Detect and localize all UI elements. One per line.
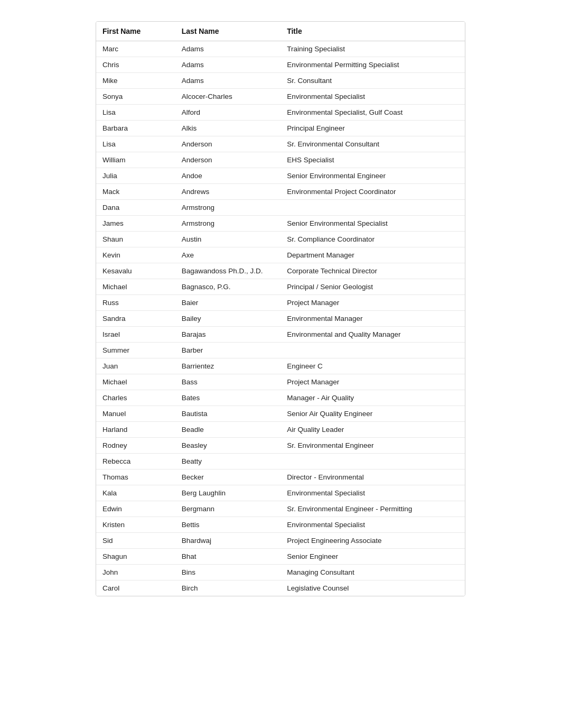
header-last-name: Last Name: [175, 22, 281, 41]
table-row: ChrisAdamsEnvironmental Permitting Speci…: [96, 57, 465, 73]
cell-title: Senior Air Quality Engineer: [280, 406, 465, 422]
cell-last-name: Andrews: [175, 184, 281, 200]
cell-last-name: Alkis: [175, 121, 281, 136]
cell-last-name: Birch: [175, 580, 281, 596]
cell-title: Engineer C: [280, 358, 465, 374]
cell-first-name: Mack: [96, 184, 175, 200]
cell-title: Air Quality Leader: [280, 422, 465, 438]
table-row: CarolBirchLegislative Counsel: [96, 580, 465, 596]
header-first-name: First Name: [96, 22, 175, 41]
cell-first-name: Carol: [96, 580, 175, 596]
cell-first-name: Israel: [96, 327, 175, 343]
table-row: JohnBinsManaging Consultant: [96, 565, 465, 580]
cell-first-name: Summer: [96, 343, 175, 358]
cell-last-name: Bagnasco, P.G.: [175, 279, 281, 295]
cell-last-name: Bates: [175, 390, 281, 406]
cell-first-name: Harland: [96, 422, 175, 438]
cell-first-name: Shaun: [96, 232, 175, 247]
table-row: RussBaierProject Manager: [96, 295, 465, 311]
table-row: KesavaluBagawandoss Ph.D., J.D.Corporate…: [96, 263, 465, 279]
header-title: Title: [280, 22, 465, 41]
table-row: JamesArmstrongSenior Environmental Speci…: [96, 216, 465, 232]
cell-title: Environmental and Quality Manager: [280, 327, 465, 343]
cell-title: Environmental Permitting Specialist: [280, 57, 465, 73]
table-row: SummerBarber: [96, 343, 465, 358]
cell-last-name: Alford: [175, 105, 281, 121]
cell-title: Director - Environmental: [280, 469, 465, 485]
table-row: MikeAdamsSr. Consultant: [96, 73, 465, 89]
cell-first-name: Sandra: [96, 311, 175, 327]
cell-title: EHS Specialist: [280, 152, 465, 168]
cell-title: Senior Environmental Engineer: [280, 168, 465, 184]
cell-title: Department Manager: [280, 247, 465, 263]
cell-title: Sr. Environmental Engineer - Permitting: [280, 501, 465, 517]
table-row: LisaAndersonSr. Environmental Consultant: [96, 136, 465, 152]
table-header-row: First Name Last Name Title: [96, 22, 465, 41]
cell-first-name: Russ: [96, 295, 175, 311]
cell-title: Environmental Manager: [280, 311, 465, 327]
cell-last-name: Bettis: [175, 517, 281, 533]
cell-first-name: Manuel: [96, 406, 175, 422]
cell-last-name: Austin: [175, 232, 281, 247]
cell-first-name: Marc: [96, 41, 175, 57]
cell-first-name: Lisa: [96, 136, 175, 152]
cell-title: Managing Consultant: [280, 565, 465, 580]
table-row: RodneyBeasleySr. Environmental Engineer: [96, 438, 465, 454]
cell-title: Principal / Senior Geologist: [280, 279, 465, 295]
cell-first-name: Edwin: [96, 501, 175, 517]
cell-first-name: Kristen: [96, 517, 175, 533]
cell-first-name: Charles: [96, 390, 175, 406]
cell-title: Environmental Specialist, Gulf Coast: [280, 105, 465, 121]
cell-title: Sr. Environmental Consultant: [280, 136, 465, 152]
cell-last-name: Anderson: [175, 152, 281, 168]
cell-title: Legislative Counsel: [280, 580, 465, 596]
cell-last-name: Barrientez: [175, 358, 281, 374]
cell-last-name: Beasley: [175, 438, 281, 454]
cell-last-name: Berg Laughlin: [175, 485, 281, 501]
table-row: ShagunBhatSenior Engineer: [96, 549, 465, 565]
cell-first-name: Michael: [96, 279, 175, 295]
cell-first-name: Kesavalu: [96, 263, 175, 279]
cell-last-name: Adams: [175, 41, 281, 57]
table-row: HarlandBeadleAir Quality Leader: [96, 422, 465, 438]
cell-last-name: Bhat: [175, 549, 281, 565]
table-row: KevinAxeDepartment Manager: [96, 247, 465, 263]
cell-last-name: Becker: [175, 469, 281, 485]
cell-title: Project Engineering Associate: [280, 533, 465, 549]
cell-title: Principal Engineer: [280, 121, 465, 136]
cell-last-name: Alcocer-Charles: [175, 89, 281, 105]
cell-first-name: James: [96, 216, 175, 232]
cell-first-name: Juan: [96, 358, 175, 374]
table-row: JuliaAndoeSenior Environmental Engineer: [96, 168, 465, 184]
cell-first-name: Lisa: [96, 105, 175, 121]
cell-first-name: Michael: [96, 374, 175, 390]
cell-first-name: Julia: [96, 168, 175, 184]
cell-last-name: Bass: [175, 374, 281, 390]
cell-last-name: Anderson: [175, 136, 281, 152]
table-row: ShaunAustinSr. Compliance Coordinator: [96, 232, 465, 247]
cell-first-name: William: [96, 152, 175, 168]
cell-last-name: Axe: [175, 247, 281, 263]
cell-title: Sr. Compliance Coordinator: [280, 232, 465, 247]
cell-last-name: Armstrong: [175, 216, 281, 232]
table-row: LisaAlfordEnvironmental Specialist, Gulf…: [96, 105, 465, 121]
cell-last-name: Beatty: [175, 454, 281, 469]
cell-last-name: Bhardwaj: [175, 533, 281, 549]
table-row: SonyaAlcocer-CharlesEnvironmental Specia…: [96, 89, 465, 105]
cell-title: Sr. Environmental Engineer: [280, 438, 465, 454]
cell-last-name: Adams: [175, 57, 281, 73]
table-row: BarbaraAlkisPrincipal Engineer: [96, 121, 465, 136]
cell-title: Training Specialist: [280, 41, 465, 57]
cell-first-name: Kala: [96, 485, 175, 501]
cell-first-name: Shagun: [96, 549, 175, 565]
cell-title: Manager - Air Quality: [280, 390, 465, 406]
cell-title: Sr. Consultant: [280, 73, 465, 89]
cell-last-name: Bins: [175, 565, 281, 580]
cell-first-name: Kevin: [96, 247, 175, 263]
cell-last-name: Armstrong: [175, 200, 281, 216]
table-row: MichaelBassProject Manager: [96, 374, 465, 390]
cell-last-name: Andoe: [175, 168, 281, 184]
table-row: SandraBaileyEnvironmental Manager: [96, 311, 465, 327]
table-row: RebeccaBeatty: [96, 454, 465, 469]
table-row: KalaBerg LaughlinEnvironmental Specialis…: [96, 485, 465, 501]
